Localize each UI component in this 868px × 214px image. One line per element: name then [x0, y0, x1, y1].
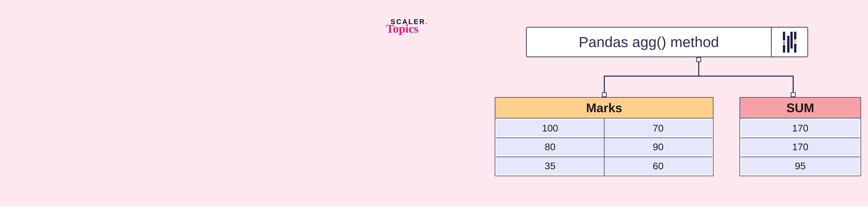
table-row: 170 [740, 118, 861, 138]
marks-cell: 60 [604, 156, 713, 176]
marks-table-header: Marks [495, 98, 713, 118]
marks-table: Marks 100 70 80 90 35 60 [495, 97, 713, 176]
marks-cell: 35 [495, 156, 604, 176]
svg-rect-5 [794, 32, 796, 39]
svg-rect-4 [790, 32, 793, 48]
svg-rect-1 [783, 42, 785, 44]
connector-node-right [791, 92, 796, 97]
sum-table: SUM 170 170 95 [740, 97, 861, 176]
sum-cell: 170 [740, 118, 861, 138]
connector-hbar [604, 76, 794, 77]
marks-cell: 70 [604, 118, 713, 138]
connector-vline-right [793, 76, 794, 93]
marks-cell: 100 [495, 118, 604, 138]
table-row: 170 [740, 138, 861, 156]
marks-cell: 80 [495, 138, 604, 156]
svg-rect-2 [783, 45, 785, 52]
svg-rect-0 [783, 32, 785, 41]
sum-cell: 170 [740, 138, 861, 156]
connector-vline-left [604, 76, 605, 93]
scaler-topics-logo: SCALER. Topics [391, 18, 427, 35]
sum-table-header: SUM [740, 98, 861, 118]
connector-node-left [602, 92, 607, 97]
table-row: 95 [740, 156, 861, 176]
marks-table-col-divider [604, 118, 604, 176]
title-box: Pandas agg() method [526, 27, 808, 57]
brand-dot-icon: . [425, 18, 427, 26]
svg-rect-7 [794, 44, 796, 52]
sum-table-body: 170 170 95 [740, 118, 861, 176]
connector-vstub-top [698, 62, 699, 76]
diagram-canvas: SCALER. Topics Pandas agg() method Marks [0, 0, 868, 206]
title-icon-cell [771, 28, 807, 57]
pandas-logo-icon [781, 32, 798, 52]
connector-node-top [696, 57, 701, 62]
svg-rect-3 [787, 36, 789, 52]
title-text: Pandas agg() method [527, 28, 771, 57]
marks-cell: 90 [604, 138, 713, 156]
svg-rect-6 [794, 40, 796, 42]
sum-cell: 95 [740, 156, 861, 176]
